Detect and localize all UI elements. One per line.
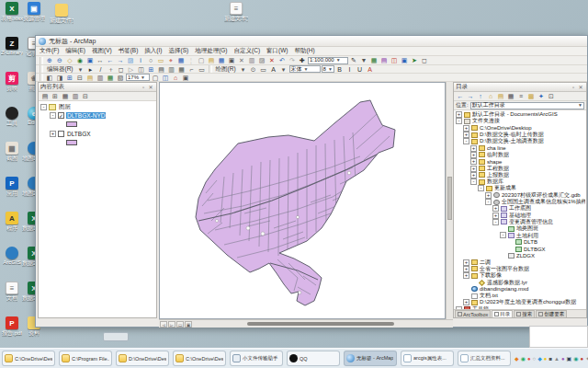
location-combo[interactable]: 默认工作目录 ▼: [470, 102, 584, 109]
catalog-tree-row[interactable]: + 工作底图: [455, 205, 585, 212]
toolbar-icon[interactable]: ⊕: [45, 56, 54, 64]
expander-icon[interactable]: [470, 280, 477, 286]
catalog-tree-row[interactable]: + 上报数据: [455, 172, 585, 178]
catalog-tree-row[interactable]: - D:\数据交换-土地调查数据: [455, 138, 585, 144]
expander-icon[interactable]: [507, 239, 514, 246]
taskbar-button[interactable]: QQ: [287, 351, 340, 366]
expander-icon[interactable]: [463, 293, 469, 299]
toolbar-icon[interactable]: i: [136, 56, 145, 64]
panel-tab[interactable]: 创建要素: [536, 310, 567, 317]
desktop-icon[interactable]: Z Z-Library: [2, 37, 22, 64]
catalog-tree-row[interactable]: ZLDGX: [455, 252, 585, 259]
toc-toolbar-icon[interactable]: ▥: [71, 92, 80, 100]
expander-icon[interactable]: [500, 225, 506, 232]
taskbar-button[interactable]: 无标题 - ArcMap: [344, 351, 397, 366]
toolbar-grip[interactable]: [40, 65, 43, 73]
catalog-toolbar-icon[interactable]: ⌂: [486, 92, 495, 100]
refresh-view-button[interactable]: ▭: [176, 321, 184, 328]
expander-icon[interactable]: +: [463, 266, 469, 272]
layer-name[interactable]: DLTBGX: [66, 131, 92, 137]
toolbar-icon[interactable]: ✕: [267, 56, 277, 64]
tray-icon[interactable]: ■: [548, 355, 552, 362]
catalog-toolbar-icon[interactable]: ⊡: [547, 92, 556, 100]
toolbar-icon[interactable]: ○: [146, 56, 155, 64]
tray-icon[interactable]: ●: [544, 355, 548, 362]
desktop-icon[interactable]: 工具: [2, 107, 22, 134]
catalog-tree-row[interactable]: + 默认工作目录 - Documents\ArcGIS: [455, 111, 585, 118]
taskbar-peek-widget[interactable]: [103, 332, 129, 341]
expander-icon[interactable]: [500, 252, 506, 259]
catalog-tree-row[interactable]: + C:\OneDrive\Desktop: [455, 125, 585, 132]
desktop-icon[interactable]: P 报告.pdf: [2, 316, 22, 344]
toc-toolbar-icon[interactable]: ▤: [40, 92, 50, 100]
toolbar-icon[interactable]: →: [116, 56, 125, 64]
chevron-down-icon[interactable]: ▾: [239, 65, 248, 74]
toolbar-icon[interactable]: ✎: [349, 56, 358, 64]
toolbar-icon[interactable]: ＋: [107, 65, 116, 74]
expander-icon[interactable]: -: [40, 104, 47, 110]
layer-checkbox[interactable]: [58, 131, 64, 137]
desktop-icon[interactable]: A 程序: [2, 212, 22, 239]
toolbar-icon[interactable]: ▨: [126, 56, 135, 64]
expander-icon[interactable]: +: [463, 272, 469, 279]
menu-item[interactable]: 地理处理(G): [195, 47, 227, 55]
catalog-tree-row[interactable]: + 下载影像: [455, 272, 585, 279]
catalog-toolbar-icon[interactable]: ✦: [537, 92, 546, 100]
toolbar-grip[interactable]: [40, 74, 43, 81]
catalog-toolbar-icon[interactable]: ←: [456, 92, 465, 100]
expander-icon[interactable]: +: [470, 152, 477, 158]
toolbar-icon[interactable]: ◉: [75, 56, 85, 64]
tray-icon[interactable]: ▲: [554, 355, 560, 362]
toolbar-icon[interactable]: /: [96, 65, 106, 74]
expander-icon[interactable]: +: [470, 172, 477, 178]
toolbar-icon[interactable]: I: [345, 65, 355, 74]
panel-tab[interactable]: 目录: [492, 310, 513, 317]
toolbar-icon[interactable]: ▤: [157, 65, 166, 74]
catalog-tree-row[interactable]: + shape: [455, 158, 585, 165]
toolbar-icon[interactable]: ◻: [420, 56, 429, 64]
toolbar-icon[interactable]: ▤: [207, 56, 216, 64]
pause-drawing-button[interactable]: ▣: [185, 321, 192, 328]
tray-icon[interactable]: ◆: [537, 355, 542, 362]
catalog-toolbar-icon[interactable]: ↑: [476, 92, 485, 100]
toolbar-icon[interactable]: ▾: [279, 65, 288, 74]
toolbar-icon[interactable]: ▸: [86, 65, 96, 74]
catalog-tree-row[interactable]: dibandingxiang.mxd: [455, 286, 585, 293]
editor-menu-button[interactable]: 编辑器(R): [45, 65, 75, 74]
expander-icon[interactable]: +: [463, 259, 469, 266]
toolbar-icon[interactable]: A: [366, 65, 375, 74]
menu-item[interactable]: 帮助(H): [295, 47, 315, 55]
catalog-tree-row[interactable]: + cha line: [455, 144, 585, 151]
expander-icon[interactable]: +: [492, 205, 499, 212]
toolbar-icon[interactable]: ▣: [227, 56, 236, 64]
panel-tab[interactable]: ArcToolbox: [455, 310, 491, 317]
catalog-toolbar-icon[interactable]: ▦: [506, 92, 515, 100]
toolbar-icon[interactable]: ◫: [161, 74, 170, 82]
taskbar-button[interactable]: 汇总文档资料...: [458, 351, 511, 366]
toc-toolbar-icon[interactable]: ⊞: [51, 92, 60, 100]
toolbar-icon[interactable]: ⊙: [249, 65, 258, 74]
toolbar-icon[interactable]: ▼: [359, 56, 368, 64]
toolbar-icon[interactable]: ↷: [288, 56, 297, 64]
toolbar-icon[interactable]: ▦: [177, 65, 187, 74]
tray-icon[interactable]: ◉: [573, 355, 578, 362]
toolbar-icon[interactable]: ▥: [167, 65, 176, 74]
chevron-down-icon[interactable]: ▾: [76, 65, 85, 74]
toolbar-icon[interactable]: ▢: [151, 74, 160, 82]
expander-icon[interactable]: +: [492, 213, 499, 219]
expander-icon[interactable]: +: [463, 132, 469, 138]
toolbar-icon[interactable]: ⌂: [171, 74, 180, 82]
toolbar-icon[interactable]: ➤: [410, 56, 419, 64]
desktop-icon[interactable]: X 表格.xlsx: [2, 2, 22, 29]
expander-icon[interactable]: +: [463, 125, 469, 132]
expander-icon[interactable]: -: [470, 178, 477, 185]
expander-icon[interactable]: +: [463, 299, 469, 305]
catalog-toolbar-icon[interactable]: ▤: [496, 92, 505, 100]
catalog-tree-row[interactable]: - 全国国土调查成果信息核实1%抽样试点公司.gdb: [455, 199, 585, 205]
expander-icon[interactable]: +: [456, 111, 462, 118]
tray-icon[interactable]: ○: [533, 355, 537, 362]
pin-icon[interactable]: ▫: [570, 85, 577, 90]
toolbar-icon[interactable]: ⊞: [147, 65, 156, 74]
layer-symbol-row[interactable]: [40, 120, 154, 128]
toolbar-icon[interactable]: ▤: [379, 56, 389, 64]
